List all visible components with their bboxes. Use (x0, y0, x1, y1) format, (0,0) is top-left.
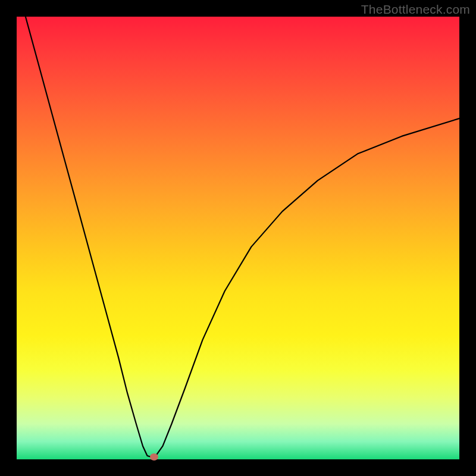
watermark-text: TheBottleneck.com (361, 2, 470, 17)
bottleneck-curve (17, 17, 459, 459)
plot-area (17, 17, 459, 459)
optimal-point-marker (150, 453, 158, 461)
chart-frame: TheBottleneck.com (0, 0, 476, 476)
